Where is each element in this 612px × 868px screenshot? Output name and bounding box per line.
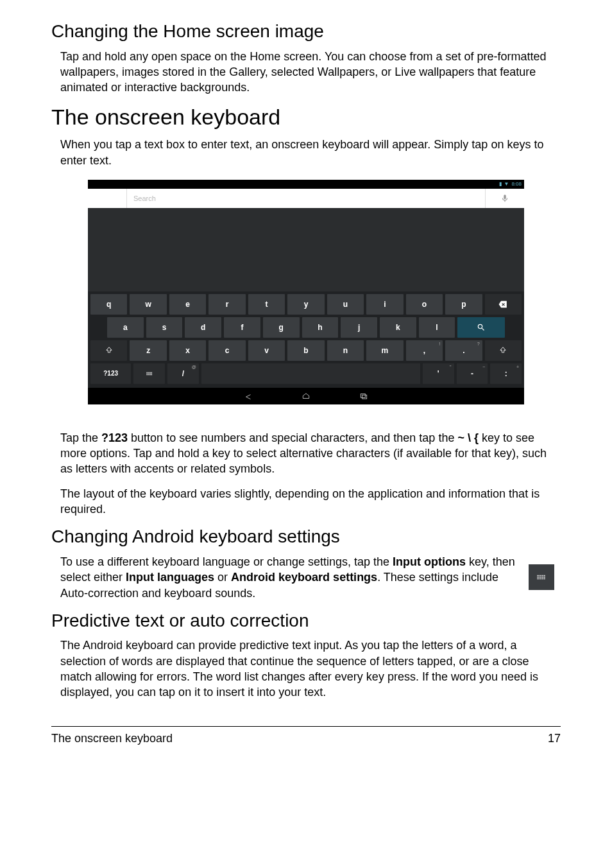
key-n[interactable]: n: [327, 340, 364, 361]
key-t[interactable]: t: [248, 294, 285, 315]
search-bar: Search: [88, 189, 524, 208]
key-d[interactable]: d: [185, 317, 221, 338]
status-time: 8:08: [511, 181, 522, 187]
key-e[interactable]: e: [169, 294, 206, 315]
onscreen-keyboard: q w e r t y u i o p a s: [88, 291, 524, 388]
key-dash[interactable]: -~: [457, 363, 488, 384]
heading-change-settings: Changing Android keyboard settings: [51, 526, 561, 548]
key-h[interactable]: h: [302, 317, 339, 338]
svg-rect-0: [361, 394, 365, 397]
key-v[interactable]: v: [248, 340, 285, 361]
key-c[interactable]: c: [208, 340, 245, 361]
key-g[interactable]: g: [263, 317, 300, 338]
para-predictive: The Android keyboard can provide predict…: [60, 638, 561, 700]
key-w[interactable]: w: [130, 294, 166, 315]
heading-change-home: Changing the Home screen image: [51, 21, 561, 42]
para-tap-info: Tap the ?123 button to see numbers and s…: [60, 430, 561, 477]
para-change-home: Tap and hold any open space on the Home …: [60, 49, 561, 96]
key-shift-left[interactable]: [90, 340, 127, 361]
key-slash[interactable]: /@: [167, 363, 199, 384]
heading-onscreen-keyboard: The onscreen keyboard: [51, 104, 561, 130]
mic-icon[interactable]: [486, 194, 524, 203]
para-change-settings: To use a different keyboard language or …: [60, 554, 518, 601]
key-q[interactable]: q: [90, 294, 127, 315]
footer-rule: [51, 726, 561, 727]
nav-home[interactable]: [300, 392, 312, 401]
wifi-icon: ▼: [504, 181, 509, 187]
key-y[interactable]: y: [287, 294, 324, 315]
footer-page: 17: [548, 732, 561, 745]
key-colon[interactable]: :+: [490, 363, 522, 384]
key-l[interactable]: l: [419, 317, 455, 338]
key-p[interactable]: p: [445, 294, 482, 315]
key-o[interactable]: o: [406, 294, 443, 315]
para-onscreen-intro: When you tap a text box to enter text, a…: [60, 137, 561, 168]
para-layout: The layout of the keyboard varies slight…: [60, 486, 561, 517]
content-area: [88, 208, 524, 291]
key-a[interactable]: a: [107, 317, 144, 338]
key-m[interactable]: m: [366, 340, 403, 361]
svg-rect-1: [362, 395, 367, 399]
key-i[interactable]: i: [366, 294, 403, 315]
footer-title: The onscreen keyboard: [51, 732, 173, 745]
key-space[interactable]: [201, 363, 420, 384]
device-screenshot: ▮ ▼ 8:08 Search q w e r t: [88, 180, 524, 404]
search-logo-area[interactable]: [88, 189, 126, 208]
status-bar: ▮ ▼ 8:08: [88, 180, 524, 189]
key-apostrophe[interactable]: '": [423, 363, 454, 384]
key-comma[interactable]: ,!: [406, 340, 443, 361]
heading-predictive: Predictive text or auto correction: [51, 610, 561, 632]
key-input-options[interactable]: [133, 363, 165, 384]
key-period[interactable]: .?: [445, 340, 482, 361]
nav-back[interactable]: [242, 392, 255, 401]
key-s[interactable]: s: [146, 317, 183, 338]
key-j[interactable]: j: [341, 317, 377, 338]
key-numswitch[interactable]: ?123: [90, 363, 131, 384]
search-input[interactable]: Search: [126, 189, 486, 208]
key-b[interactable]: b: [287, 340, 324, 361]
key-z[interactable]: z: [130, 340, 166, 361]
nav-recent[interactable]: [357, 392, 370, 401]
key-f[interactable]: f: [224, 317, 260, 338]
key-r[interactable]: r: [208, 294, 245, 315]
key-backspace[interactable]: [485, 294, 522, 315]
key-search-action[interactable]: [457, 317, 505, 338]
key-u[interactable]: u: [327, 294, 364, 315]
battery-icon: ▮: [499, 181, 502, 187]
key-x[interactable]: x: [169, 340, 206, 361]
input-options-icon: [529, 564, 554, 590]
key-k[interactable]: k: [380, 317, 416, 338]
android-navbar: [88, 388, 524, 404]
key-shift-right[interactable]: [485, 340, 522, 361]
